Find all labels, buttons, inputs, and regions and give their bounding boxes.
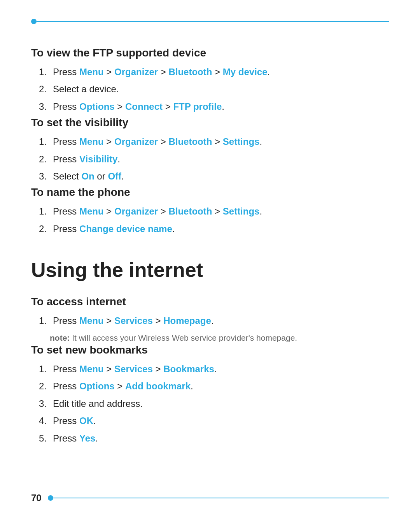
step-text: Press Yes. [53, 431, 98, 446]
steps-list-visibility: 1. Press Menu > Organizer > Bluetooth > … [39, 134, 389, 184]
step-text: Press Change device name. [53, 222, 175, 236]
section-heading-new-bookmarks: To set new bookmarks [31, 344, 389, 356]
list-item: 2. Press Options > Add bookmark. [39, 379, 389, 394]
list-item: 5. Press Yes. [39, 431, 389, 446]
step-number: 2. [39, 82, 50, 97]
link-services: Services [114, 364, 153, 374]
section-name-phone: To name the phone 1. Press Menu > Organi… [31, 186, 389, 236]
link-menu: Menu [79, 315, 104, 326]
note-access-internet: note: It will access your Wireless Web s… [50, 332, 389, 344]
link-ok: OK [79, 415, 93, 426]
link-bluetooth: Bluetooth [168, 67, 212, 77]
step-number: 2. [39, 379, 50, 394]
step-text: Press Menu > Services > Bookmarks. [53, 362, 217, 376]
step-text: Select a device. [53, 82, 119, 97]
steps-list-name-phone: 1. Press Menu > Organizer > Bluetooth > … [39, 204, 389, 236]
link-menu: Menu [79, 206, 104, 216]
link-settings: Settings [223, 136, 260, 147]
bottom-dot [48, 495, 53, 501]
list-item: 1. Press Menu > Services > Homepage. [39, 313, 389, 328]
list-item: 1. Press Menu > Organizer > Bluetooth > … [39, 204, 389, 219]
step-text: Select On or Off. [53, 169, 124, 184]
page-content: To view the FTP supported device 1. Pres… [31, 47, 389, 446]
steps-list-view-ftp: 1. Press Menu > Organizer > Bluetooth > … [39, 65, 389, 114]
link-organizer: Organizer [114, 136, 158, 147]
list-item: 1. Press Menu > Organizer > Bluetooth > … [39, 65, 389, 79]
step-number: 3. [39, 169, 50, 184]
list-item: 1. Press Menu > Organizer > Bluetooth > … [39, 134, 389, 149]
section-heading-name-phone: To name the phone [31, 186, 389, 199]
major-section-title: Using the internet [31, 258, 389, 281]
link-menu: Menu [79, 364, 104, 374]
list-item: 2. Press Visibility. [39, 152, 389, 167]
steps-list-access-internet: 1. Press Menu > Services > Homepage. [39, 313, 389, 328]
link-settings: Settings [223, 206, 260, 216]
link-change-device-name: Change device name [79, 223, 172, 234]
step-number: 1. [39, 362, 50, 376]
link-bluetooth: Bluetooth [168, 136, 212, 147]
bottom-line [53, 498, 389, 498]
step-text: Press Menu > Organizer > Bluetooth > Set… [53, 204, 262, 219]
section-heading-access-internet: To access internet [31, 296, 389, 308]
bottom-decorative-area: 70 [31, 493, 389, 503]
link-add-bookmark: Add bookmark [125, 381, 191, 391]
step-text: Press Visibility. [53, 152, 120, 167]
step-number: 1. [39, 204, 50, 219]
link-off: Off [108, 171, 121, 181]
list-item: 2. Select a device. [39, 82, 389, 97]
list-item: 3. Edit title and address. [39, 396, 389, 411]
section-heading-view-ftp: To view the FTP supported device [31, 47, 389, 59]
link-options: Options [79, 381, 115, 391]
section-view-ftp: To view the FTP supported device 1. Pres… [31, 47, 389, 114]
list-item: 4. Press OK. [39, 413, 389, 428]
link-bluetooth: Bluetooth [168, 206, 212, 216]
link-organizer: Organizer [114, 206, 158, 216]
link-services: Services [114, 315, 153, 326]
link-homepage: Homepage [163, 315, 211, 326]
list-item: 3. Press Options > Connect > FTP profile… [39, 99, 389, 114]
link-bookmarks: Bookmarks [163, 364, 214, 374]
link-menu: Menu [79, 67, 104, 77]
step-number: 3. [39, 99, 50, 114]
link-organizer: Organizer [114, 67, 158, 77]
link-my-device: My device [223, 67, 268, 77]
section-heading-visibility: To set the visibility [31, 116, 389, 129]
link-visibility: Visibility [79, 154, 117, 164]
link-menu: Menu [79, 136, 104, 147]
link-on: On [81, 171, 94, 181]
step-number: 2. [39, 152, 50, 167]
step-number: 5. [39, 431, 50, 446]
step-text: Edit title and address. [53, 396, 143, 411]
section-new-bookmarks: To set new bookmarks 1. Press Menu > Ser… [31, 344, 389, 446]
step-number: 1. [39, 65, 50, 79]
section-access-internet: To access internet 1. Press Menu > Servi… [31, 296, 389, 344]
step-number: 1. [39, 134, 50, 149]
section-set-visibility: To set the visibility 1. Press Menu > Or… [31, 116, 389, 184]
link-ftp-profile: FTP profile [173, 101, 222, 112]
step-number: 2. [39, 222, 50, 236]
step-number: 3. [39, 396, 50, 411]
note-label: note: [50, 333, 70, 342]
step-number: 1. [39, 313, 50, 328]
page-number: 70 [31, 493, 42, 503]
step-number: 4. [39, 413, 50, 428]
link-connect: Connect [125, 101, 163, 112]
step-text: Press Options > Add bookmark. [53, 379, 193, 394]
step-text: Press OK. [53, 413, 96, 428]
step-text: Press Menu > Organizer > Bluetooth > My … [53, 65, 270, 79]
steps-list-new-bookmarks: 1. Press Menu > Services > Bookmarks. 2.… [39, 362, 389, 446]
list-item: 3. Select On or Off. [39, 169, 389, 184]
step-text: Press Options > Connect > FTP profile. [53, 99, 224, 114]
step-text: Press Menu > Organizer > Bluetooth > Set… [53, 134, 262, 149]
list-item: 2. Press Change device name. [39, 222, 389, 236]
link-yes: Yes [79, 433, 95, 443]
link-options: Options [79, 101, 115, 112]
list-item: 1. Press Menu > Services > Bookmarks. [39, 362, 389, 376]
step-text: Press Menu > Services > Homepage. [53, 313, 214, 328]
